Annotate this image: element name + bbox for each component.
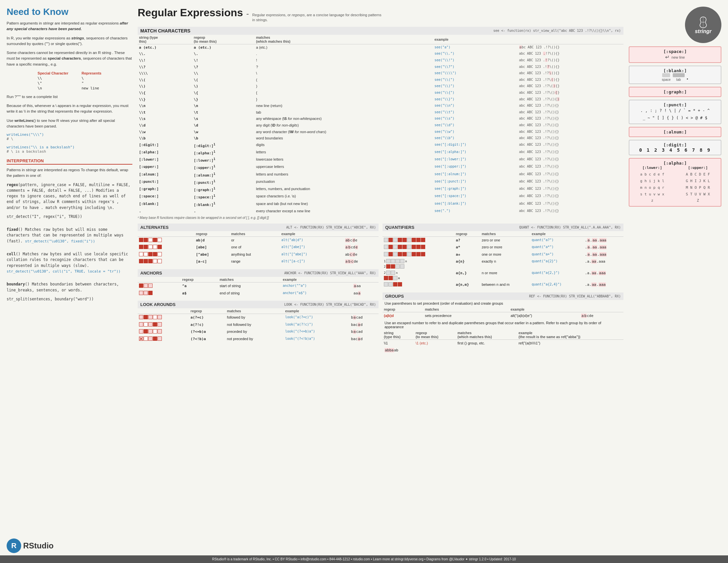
anc-regexp: a$ [181, 290, 218, 297]
mc-see: see("\\?") [433, 64, 518, 70]
anc-th-matches: matches [218, 277, 282, 283]
alt-regexp: ab|d [195, 236, 230, 244]
left-para5: Use writeLines() to see how R views your… [7, 118, 132, 129]
mc-string: \\n [138, 103, 193, 109]
mc-matches: any whitespace (\S for non-whitespaces) [255, 116, 433, 122]
alt-result: abcde [344, 251, 379, 258]
mc-matches: ! [255, 57, 433, 64]
q-example: quant("a{2,4}") [530, 281, 584, 289]
q-th-example: example [530, 231, 584, 237]
mc-example: abc ABC 123 .!?\(){} [518, 51, 623, 57]
g-matches: sets precedence [424, 312, 509, 319]
la-vis [138, 321, 189, 329]
groups-desc: Use parentheses to set precedent (order … [383, 300, 623, 307]
la-example: look("a(?=c)") [284, 314, 350, 321]
footer: RStudio® is a trademark of RStudio, Inc.… [0, 555, 728, 563]
mc-matches: } [255, 96, 433, 103]
mc-string: a (etc.) [138, 44, 193, 51]
anc-th-vis [138, 277, 181, 283]
mc-see: see("\\b") [433, 135, 518, 142]
q-vis: 1 n 2 [383, 258, 455, 269]
la-th-vis [138, 308, 189, 314]
mc-string: \\( [138, 77, 193, 83]
la-example: look("(?<=b)a") [284, 328, 350, 336]
alt-regexp: [a-c] [195, 258, 230, 265]
table-row: \\n \n new line (return) see("\\n") abc … [138, 103, 623, 109]
table-row: \\? \? ? see("\\?") abc ABC 123 .!?\(){} [138, 64, 623, 70]
table-row: [:punct:] [:punct:]1 punctuation see("[:… [138, 178, 623, 186]
mc-see: see("a") [433, 44, 518, 51]
mc-see: see("[:alpha:]") [433, 149, 518, 156]
upper-col-title: [:upper:] [686, 165, 710, 170]
mc-see: see(".") [433, 208, 518, 214]
q-vis: 2 n [383, 269, 455, 281]
alt-matches: range [230, 258, 280, 265]
mc-example: abc ABC 123 .!?\(){} [518, 70, 623, 77]
mc-example: abc ABC 123 .!?\(){} [518, 77, 623, 83]
left-bottom-col: ALTERNATES alt <- function(rx) str_view_… [138, 223, 379, 358]
la-matches: not preceded by [226, 336, 284, 343]
lookarounds-table: regexp matches example [138, 308, 379, 343]
mc-see: see("\\!") [433, 57, 518, 64]
mc-string: \\{ [138, 90, 193, 96]
space-class-box: [:space:] ↵ new line [629, 46, 721, 63]
mc-see: see("[:digit:]") [433, 142, 518, 149]
mc-th-example: example [433, 35, 623, 44]
left-para2: In R, you write regular expressions as s… [7, 35, 132, 47]
mc-matches: letters and numbers [255, 171, 433, 178]
alt-example: alt("[^abe]") [280, 251, 344, 258]
mc-matches: ) [255, 83, 433, 90]
mc-string: \\) [138, 83, 193, 90]
mc-example: abc ABC 123 .!?\(){} [518, 83, 623, 90]
la-th-regexp: regexp [189, 308, 226, 314]
table-row: a (etc.) a (etc.) a (etc.) see("a") abc … [138, 44, 623, 51]
table-row: [:upper:] [:upper:]1 uppercase letters s… [138, 164, 623, 171]
g-th-example: example [509, 307, 580, 312]
mc-matches: every character except a new line [255, 208, 433, 214]
bottom-sections: ALTERNATES alt <- function(rx) str_view_… [138, 223, 623, 358]
code-comment1: # \ [7, 137, 132, 141]
left-para1: Pattern arguments in stringr are interpr… [7, 21, 132, 32]
table-row: \\\\ \\ \ see("\\\\") abc ABC 123 .!?\()… [138, 70, 623, 77]
g2-th-matches: matches(which matches this) [456, 330, 517, 340]
match-chars-table: string (typethis) regexp(to mean this) m… [138, 35, 623, 214]
mc-matches: any digit (\D for non-digits) [255, 122, 433, 129]
table-row: a? zero or one quant("a?") .a.aa.aaa [383, 236, 623, 244]
alt-result: abcde [344, 244, 379, 251]
table-row: \\1 \1 (etc.) first () group, etc. ref("… [383, 340, 623, 347]
alt-regexp: [abe] [195, 244, 230, 251]
g-th-matches: matches [424, 307, 509, 312]
la-vis [138, 328, 189, 336]
alt-example: alt("[a-c]") [280, 258, 344, 265]
mc-string: [:punct:] [138, 178, 193, 186]
alternates-title: ALTERNATES [140, 225, 168, 230]
mc-string: \\t [138, 109, 193, 116]
mc-string: \\! [138, 57, 193, 64]
mc-regexp: \n [193, 103, 255, 109]
alt-matches: or [230, 236, 280, 244]
mc-regexp: \! [193, 57, 255, 64]
mc-regexp: a (etc.) [193, 44, 255, 51]
mc-see: see("\\}") [433, 96, 518, 103]
alt-th-regexp: regexp [195, 231, 230, 237]
mc-example: abc ABC 123 .!?\(){} [518, 135, 623, 142]
anchors-title: ANCHORS [140, 270, 162, 275]
middle-panel: Regular Expressions - Regular expression… [138, 7, 623, 549]
alpha-class-box: [:alpha:] [:lower:] a b c d e f g h i j … [629, 158, 721, 207]
mc-example: abc ABC 123 .!?\(){} [518, 193, 623, 200]
anc-matches: start of string [218, 282, 282, 290]
page-wrapper: Need to Know Pattern arguments in string… [0, 0, 728, 563]
mc-example: abc ABC 123 .!?\(){} [518, 149, 623, 156]
la-vis [138, 314, 189, 321]
match-chars-section: MATCH CHARACTERS see <- function(rx) str… [138, 27, 623, 219]
table-row: a+ one or more quant("a+") .a.aa.aaa [383, 251, 623, 258]
g2-th-example: example(the result is the same as ref("a… [517, 330, 623, 340]
mc-string: \\s [138, 116, 193, 122]
lower-col: [:lower:] a b c d e f g h i j k l m n o … [640, 165, 664, 204]
mc-example: abc ABC 123 .!?\(){} [518, 90, 623, 96]
space-label: space [662, 78, 671, 81]
mc-regexp: \{ [193, 90, 255, 96]
alpha-class-title: [:alpha:] [633, 161, 717, 165]
alt-matches: anything but [230, 251, 280, 258]
q-example: quant("a+") [530, 251, 584, 258]
